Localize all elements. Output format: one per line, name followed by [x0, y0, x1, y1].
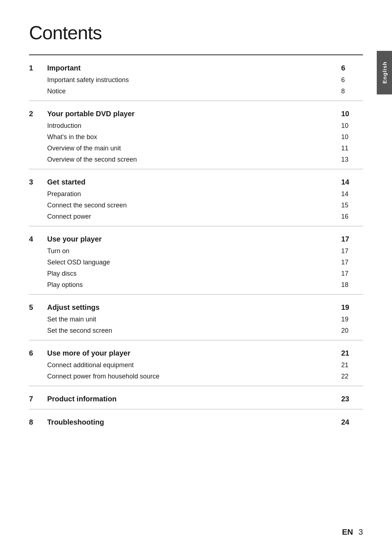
toc-content: 1Important6Important safety instructions… — [29, 55, 363, 432]
sub-item-title-3-1: Connect the second screen — [47, 202, 341, 209]
section-title-4: Use your player — [47, 235, 341, 243]
sub-item-page-4-3: 18 — [341, 281, 363, 289]
sub-item-page-2-3: 13 — [341, 156, 363, 163]
toc-main-row-1: 1Important6 — [29, 59, 363, 74]
page-title: Contents — [29, 22, 363, 44]
sub-item-title-4-3: Play options — [47, 281, 341, 289]
side-tab-label: English — [381, 61, 388, 84]
toc-sub-row-4-2: Play discs17 — [29, 268, 363, 279]
toc-section-8: 8Troubleshooting24 — [29, 409, 363, 432]
page-container: English Contents 1Important6Important sa… — [0, 0, 392, 555]
sub-item-title-3-0: Preparation — [47, 190, 341, 198]
sub-item-page-4-2: 17 — [341, 270, 363, 278]
toc-section-3: 3Get started14Preparation14Connect the s… — [29, 169, 363, 226]
toc-sub-row-4-0: Turn on17 — [29, 246, 363, 257]
side-tab: English — [377, 51, 392, 94]
sub-item-page-3-2: 16 — [341, 213, 363, 220]
toc-sub-row-3-0: Preparation14 — [29, 189, 363, 200]
sub-item-page-5-0: 19 — [341, 316, 363, 323]
toc-section-5: 5Adjust settings19Set the main unit19Set… — [29, 294, 363, 340]
toc-sub-row-2-0: Introduction10 — [29, 120, 363, 131]
sub-item-page-3-1: 15 — [341, 202, 363, 209]
toc-section-6: 6Use more of your player21Connect additi… — [29, 340, 363, 386]
sub-item-page-3-0: 14 — [341, 190, 363, 198]
toc-sub-row-1-1: Notice8 — [29, 86, 363, 97]
sub-item-title-2-3: Overview of the second screen — [47, 156, 341, 163]
section-page-7: 23 — [341, 395, 363, 403]
toc-sub-row-6-1: Connect power from household source22 — [29, 371, 363, 382]
footer-lang: EN — [342, 527, 353, 537]
toc-main-row-2: 2Your portable DVD player10 — [29, 105, 363, 120]
toc-sub-row-6-0: Connect additional equipment21 — [29, 360, 363, 371]
section-title-6: Use more of your player — [47, 349, 341, 357]
toc-sub-row-2-2: Overview of the main unit11 — [29, 143, 363, 154]
toc-main-row-3: 3Get started14 — [29, 173, 363, 189]
toc-sub-row-3-2: Connect power16 — [29, 211, 363, 222]
sub-item-title-1-0: Important safety instructions — [47, 76, 341, 84]
section-number-1: 1 — [29, 64, 47, 72]
section-page-8: 24 — [341, 418, 363, 426]
toc-main-row-7: 7Product information23 — [29, 390, 363, 405]
toc-sub-row-1-0: Important safety instructions6 — [29, 74, 363, 86]
section-page-4: 17 — [341, 235, 363, 243]
toc-sub-row-3-1: Connect the second screen15 — [29, 200, 363, 211]
sub-item-page-4-0: 17 — [341, 247, 363, 255]
sub-item-title-5-1: Set the second screen — [47, 327, 341, 335]
section-page-2: 10 — [341, 110, 363, 118]
sub-item-page-6-0: 21 — [341, 361, 363, 369]
section-number-3: 3 — [29, 178, 47, 186]
section-title-2: Your portable DVD player — [47, 110, 341, 118]
section-title-5: Adjust settings — [47, 303, 341, 312]
section-page-5: 19 — [341, 303, 363, 312]
section-title-3: Get started — [47, 178, 341, 186]
toc-main-row-5: 5Adjust settings19 — [29, 298, 363, 314]
toc-section-7: 7Product information23 — [29, 386, 363, 409]
sub-item-title-4-2: Play discs — [47, 270, 341, 278]
toc-main-row-8: 8Troubleshooting24 — [29, 413, 363, 429]
section-number-6: 6 — [29, 349, 47, 357]
sub-item-title-2-1: What's in the box — [47, 133, 341, 141]
toc-section-1: 1Important6Important safety instructions… — [29, 55, 363, 101]
section-title-8: Troubleshooting — [47, 418, 341, 426]
toc-main-row-4: 4Use your player17 — [29, 230, 363, 246]
sub-item-page-2-2: 11 — [341, 145, 363, 152]
section-number-5: 5 — [29, 303, 47, 312]
section-number-2: 2 — [29, 110, 47, 118]
toc-sub-row-2-1: What's in the box10 — [29, 131, 363, 143]
sub-item-title-2-2: Overview of the main unit — [47, 145, 341, 152]
toc-section-2: 2Your portable DVD player10Introduction1… — [29, 101, 363, 169]
sub-item-title-2-0: Introduction — [47, 122, 341, 130]
section-number-8: 8 — [29, 418, 47, 426]
toc-sub-row-5-0: Set the main unit19 — [29, 314, 363, 325]
sub-item-title-6-0: Connect additional equipment — [47, 361, 341, 369]
section-number-4: 4 — [29, 235, 47, 243]
section-page-1: 6 — [341, 64, 363, 72]
sub-item-page-2-1: 10 — [341, 133, 363, 141]
toc-section-4: 4Use your player17Turn on17Select OSD la… — [29, 226, 363, 294]
toc-main-row-6: 6Use more of your player21 — [29, 344, 363, 360]
sub-item-title-5-0: Set the main unit — [47, 316, 341, 323]
sub-item-page-1-0: 6 — [341, 76, 363, 84]
section-number-7: 7 — [29, 395, 47, 403]
sub-item-page-2-0: 10 — [341, 122, 363, 130]
section-title-1: Important — [47, 64, 341, 72]
footer: EN 3 — [342, 527, 363, 537]
footer-page: 3 — [359, 527, 363, 537]
sub-item-page-1-1: 8 — [341, 88, 363, 95]
sub-item-title-4-0: Turn on — [47, 247, 341, 255]
sub-item-title-6-1: Connect power from household source — [47, 373, 341, 380]
section-page-6: 21 — [341, 349, 363, 357]
sub-item-title-4-1: Select OSD language — [47, 259, 341, 266]
toc-sub-row-5-1: Set the second screen20 — [29, 325, 363, 336]
sub-item-page-5-1: 20 — [341, 327, 363, 335]
sub-item-page-4-1: 17 — [341, 259, 363, 266]
toc-sub-row-4-3: Play options18 — [29, 279, 363, 291]
sub-item-title-3-2: Connect power — [47, 213, 341, 220]
toc-sub-row-4-1: Select OSD language17 — [29, 257, 363, 268]
toc-sub-row-2-3: Overview of the second screen13 — [29, 154, 363, 165]
sub-item-page-6-1: 22 — [341, 373, 363, 380]
section-title-7: Product information — [47, 395, 341, 403]
section-page-3: 14 — [341, 178, 363, 186]
sub-item-title-1-1: Notice — [47, 88, 341, 95]
